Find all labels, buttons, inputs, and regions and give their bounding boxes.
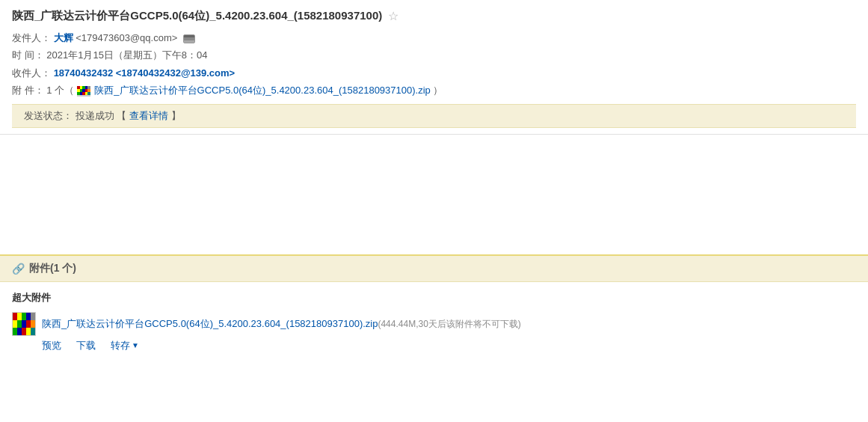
time-row: 时 间： 2021年1月15日（星期五）下午8：04 [12, 46, 856, 64]
star-icon[interactable]: ☆ [388, 9, 398, 23]
attachment-item: 陕西_广联达云计价平台GCCP5.0(64位)_5.4200.23.604_(1… [12, 312, 856, 352]
sender-email: <179473603@qq.com> [76, 32, 177, 43]
attachment-close: ） [433, 85, 443, 96]
email-container: 陕西_广联达云计价平台GCCP5.0(64位)_5.4200.23.604_(1… [0, 0, 868, 422]
attachment-actions: 预览 下载 转存▼ [42, 339, 856, 352]
attachment-section: 🔗 附件(1 个) 超大附件 陕西_广联达云计价平台GCC [0, 254, 868, 361]
zip-icon-img [12, 312, 36, 336]
attachment-fileinfo: (444.44M,30天后该附件将不可下载) [378, 319, 520, 329]
save-button[interactable]: 转存 [111, 339, 130, 352]
sender-name[interactable]: 大辉 [54, 32, 73, 43]
paperclip-icon: 🔗 [12, 263, 25, 275]
inline-attachment-link[interactable]: 陕西_广联达云计价平台GCCP5.0(64位)_5.4200.23.604_(1… [94, 85, 430, 96]
sender-label: 发件人： [12, 32, 51, 43]
attachment-section-label: 附件(1 个) [29, 262, 76, 275]
recipient-label: 收件人： [12, 67, 51, 79]
attachment-file-row: 陕西_广联达云计价平台GCCP5.0(64位)_5.4200.23.604_(1… [12, 312, 856, 336]
sender-row: 发件人： 大辉 <179473603@qq.com> [12, 29, 856, 46]
download-button[interactable]: 下载 [76, 339, 96, 352]
attachment-filename-block: 陕西_广联达云计价平台GCCP5.0(64位)_5.4200.23.604_(1… [42, 317, 521, 331]
email-subject: 陕西_广联达云计价平台GCCP5.0(64位)_5.4200.23.604_(1… [12, 9, 382, 23]
attachment-count: 1 个（ [46, 85, 74, 96]
attachment-label: 附 件： [12, 85, 44, 96]
time-value: 2021年1月15日（星期五）下午8：04 [46, 49, 207, 61]
time-label: 时 间： [12, 49, 44, 61]
zip-file-icon [12, 312, 36, 336]
email-header: 陕西_广联达云计价平台GCCP5.0(64位)_5.4200.23.604_(1… [0, 0, 868, 135]
inline-attachment-row: 附 件： 1 个（ 陕西_广联达云计价平台GCCP5.0(64位)_5.4200… [12, 82, 856, 99]
status-label: 发送状态： [24, 110, 73, 121]
zip-stripe-2 [13, 320, 35, 328]
oversized-label: 超大附件 [12, 291, 856, 305]
save-dropdown[interactable]: 转存▼ [111, 339, 139, 352]
chevron-down-icon[interactable]: ▼ [132, 341, 139, 349]
attachment-zip-icon-small [77, 86, 90, 97]
card-icon[interactable] [183, 34, 195, 43]
status-bar: 发送状态： 投递成功 【 查看详情 】 [12, 104, 856, 128]
view-detail-link[interactable]: 查看详情 [129, 110, 168, 121]
preview-button[interactable]: 预览 [42, 339, 61, 352]
zip-stripe-1 [13, 313, 35, 320]
status-detail-prefix: 【 [117, 110, 126, 121]
attachment-content: 超大附件 陕西_广联达云计价平台GCCP5.0(64位)_5.4200.23.6… [0, 282, 868, 361]
email-body [0, 135, 868, 254]
attachment-header: 🔗 附件(1 个) [0, 256, 868, 282]
recipient-row: 收件人： 18740432432 <18740432432@139.com> [12, 64, 856, 82]
recipient-value[interactable]: 18740432432 <18740432432@139.com> [54, 67, 236, 79]
status-detail-suffix: 】 [171, 110, 181, 121]
zip-stripe-3 [13, 328, 35, 335]
status-value: 投递成功 [76, 110, 114, 121]
attachment-filename-link[interactable]: 陕西_广联达云计价平台GCCP5.0(64位)_5.4200.23.604_(1… [42, 318, 378, 329]
subject-line: 陕西_广联达云计价平台GCCP5.0(64位)_5.4200.23.604_(1… [12, 9, 856, 23]
